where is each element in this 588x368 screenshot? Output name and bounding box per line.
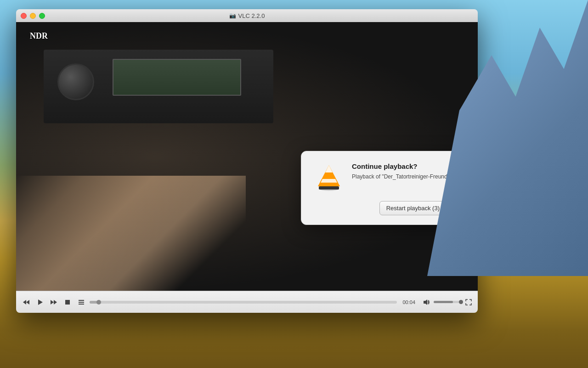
radio-display [113, 59, 241, 96]
play-icon [36, 299, 44, 306]
progress-handle [96, 300, 101, 305]
stop-icon [64, 299, 71, 306]
close-button[interactable] [21, 13, 27, 19]
vlc-window: 📷 VLC 2.2.0 NDR [16, 9, 478, 313]
svg-rect-13 [79, 304, 84, 305]
maximize-button[interactable] [39, 13, 45, 19]
progress-bar[interactable] [90, 301, 397, 304]
dialog-message: Playback of "Der_Tatortreiniger-Freunde-… [352, 173, 478, 181]
title-bar: 📷 VLC 2.2.0 [16, 9, 478, 22]
volume-icon [423, 299, 430, 306]
svg-rect-10 [65, 300, 70, 305]
continue-dialog: Continue playback? Playback of "Der_Tato… [301, 151, 478, 225]
fullscreen-icon [465, 299, 472, 306]
window-title: 📷 VLC 2.2.0 [229, 12, 265, 19]
vlc-cone-icon [314, 162, 344, 192]
time-display: 00:04 [402, 299, 415, 305]
svg-marker-14 [424, 299, 427, 305]
car-radio [44, 50, 273, 123]
video-area[interactable]: NDR [16, 22, 478, 291]
svg-marker-2 [325, 165, 333, 172]
dialog-title: Continue playback? [352, 162, 478, 170]
hand-overlay [16, 176, 246, 291]
stop-button[interactable] [62, 297, 73, 308]
title-label: VLC 2.2.0 [238, 12, 265, 19]
playlist-icon [78, 299, 85, 306]
restart-playback-button[interactable]: Restart playback (3) [379, 201, 447, 215]
fastforward-button[interactable] [48, 297, 59, 308]
progress-fill [90, 301, 99, 304]
volume-handle [459, 300, 463, 304]
svg-rect-12 [79, 302, 84, 303]
svg-marker-9 [54, 300, 57, 305]
fullscreen-button[interactable] [464, 298, 473, 307]
fastforward-icon [50, 299, 57, 306]
desktop: 📷 VLC 2.2.0 NDR [0, 0, 588, 368]
ndr-logo: NDR [30, 31, 48, 41]
svg-rect-4 [319, 186, 339, 190]
svg-rect-11 [79, 300, 84, 301]
dialog-header: Continue playback? Playback of "Der_Tato… [314, 162, 478, 192]
svg-marker-3 [321, 179, 337, 183]
controls-bar: 00:04 [16, 291, 478, 313]
radio-knob [57, 63, 94, 100]
svg-marker-8 [51, 300, 54, 305]
volume-bar[interactable] [434, 301, 461, 303]
svg-marker-7 [38, 299, 43, 305]
volume-fill [434, 301, 453, 303]
volume-section [421, 297, 461, 308]
vlc-title-icon: 📷 [229, 12, 236, 19]
volume-button[interactable] [421, 297, 432, 308]
minimize-button[interactable] [30, 13, 36, 19]
svg-marker-6 [26, 300, 29, 305]
dialog-buttons: Restart playback (3) Always continue Con… [314, 201, 478, 215]
dialog-text-area: Continue playback? Playback of "Der_Tato… [352, 162, 478, 181]
rewind-icon [23, 299, 30, 306]
window-controls [21, 13, 45, 19]
always-continue-button[interactable]: Always continue [451, 201, 478, 215]
rewind-button[interactable] [21, 297, 32, 308]
play-button[interactable] [34, 297, 45, 308]
playlist-button[interactable] [76, 297, 87, 308]
svg-marker-5 [23, 300, 26, 305]
